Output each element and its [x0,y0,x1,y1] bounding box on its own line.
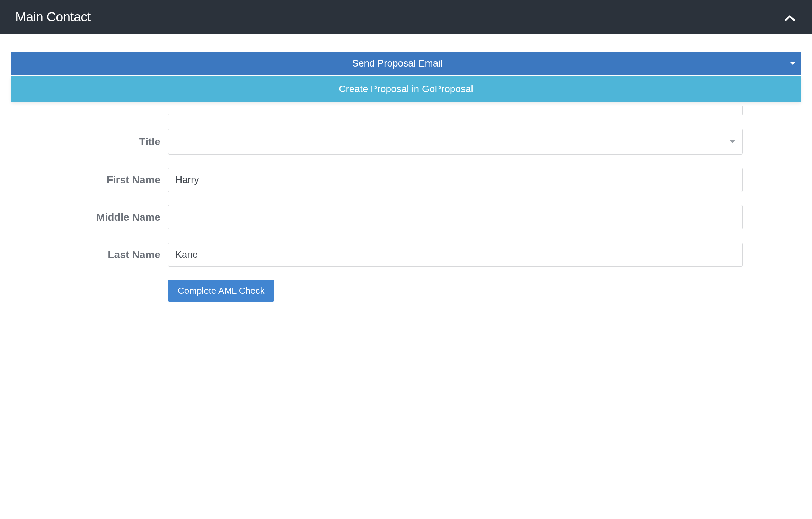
form-row-middle-name: Middle Name [11,205,801,229]
split-button-dropdown-toggle[interactable] [784,52,801,75]
send-proposal-email-button[interactable]: Send Proposal Email [11,52,784,75]
form-row-first-name: First Name [11,168,801,192]
content-area: Send Proposal Email Create Proposal in G… [0,52,812,302]
caret-down-icon [790,62,795,65]
partial-field-bottom [168,106,743,115]
middle-name-input[interactable] [168,205,743,229]
action-button-group: Send Proposal Email Create Proposal in G… [11,52,801,102]
form-row-last-name: Last Name [11,243,801,267]
form-row-title: Title [11,129,801,155]
last-name-input[interactable] [168,243,743,267]
complete-aml-check-button[interactable]: Complete AML Check [168,280,274,302]
button-row: Complete AML Check [168,280,801,302]
dropdown-menu: Create Proposal in GoProposal [11,76,801,102]
panel-title: Main Contact [15,10,91,25]
panel-header[interactable]: Main Contact [0,0,812,34]
first-name-input[interactable] [168,168,743,192]
form-section: Title First Name Middle Name [11,106,801,302]
create-proposal-goproposal-item[interactable]: Create Proposal in GoProposal [11,76,801,102]
first-name-label: First Name [11,174,168,186]
middle-name-label: Middle Name [11,211,168,223]
title-select[interactable] [168,129,743,155]
split-button: Send Proposal Email [11,52,801,75]
chevron-up-icon[interactable] [783,12,797,22]
title-label: Title [11,136,168,148]
last-name-label: Last Name [11,249,168,261]
